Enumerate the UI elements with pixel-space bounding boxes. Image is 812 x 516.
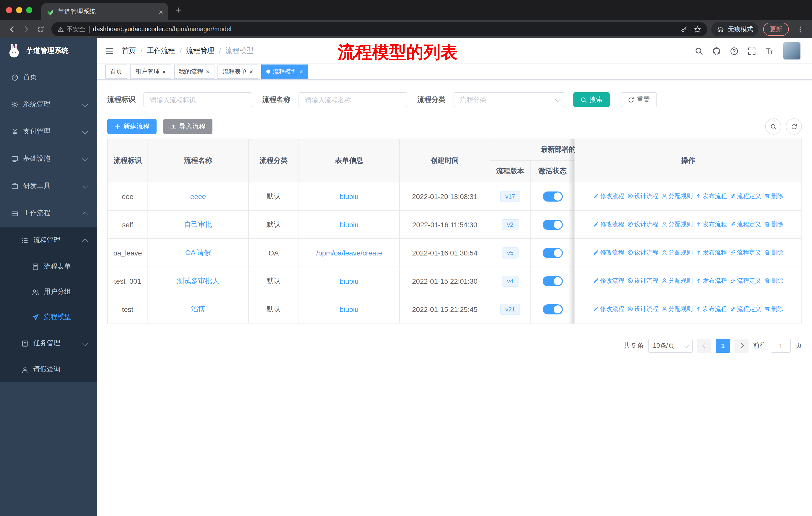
form-info-link[interactable]: biubiu: [340, 220, 359, 228]
tag-tenant-mgmt[interactable]: 租户管理×: [130, 64, 171, 79]
publish-process-link[interactable]: 发布流程: [696, 220, 727, 229]
sidebar-item-process-form[interactable]: 流程表单: [0, 254, 97, 279]
sidebar-item-process-mgmt[interactable]: 流程管理: [0, 227, 97, 254]
process-name-link[interactable]: eeee: [190, 192, 206, 200]
modify-process-link[interactable]: 修改流程: [593, 192, 624, 200]
user-avatar[interactable]: [783, 42, 801, 60]
assign-rule-link[interactable]: 分配规则: [662, 220, 693, 229]
close-icon[interactable]: ×: [249, 68, 253, 75]
forward-button[interactable]: [19, 22, 33, 36]
assign-rule-link[interactable]: 分配规则: [662, 192, 693, 200]
sidebar-item-process-model[interactable]: 流程模型: [0, 304, 97, 330]
delete-process-link[interactable]: 删除: [764, 220, 783, 229]
fullscreen-icon[interactable]: [748, 47, 756, 55]
tag-home[interactable]: 首页: [105, 64, 127, 79]
github-icon[interactable]: [712, 47, 721, 55]
page-number-current[interactable]: 1: [716, 338, 730, 353]
tag-process-model[interactable]: 流程模型×: [261, 64, 308, 79]
new-tab-button[interactable]: [171, 3, 185, 17]
form-info-link[interactable]: biubiu: [340, 277, 359, 285]
process-definition-link[interactable]: 流程定义: [730, 220, 761, 229]
process-definition-link[interactable]: 流程定义: [730, 192, 761, 200]
process-category-select[interactable]: 流程分类: [454, 92, 565, 107]
publish-process-link[interactable]: 发布流程: [696, 248, 727, 257]
tab-close-icon[interactable]: ×: [158, 8, 163, 16]
close-window-button[interactable]: [6, 7, 12, 13]
modify-process-link[interactable]: 修改流程: [593, 220, 624, 229]
assign-rule-link[interactable]: 分配规则: [662, 277, 693, 285]
font-size-icon[interactable]: [765, 47, 774, 55]
search-icon[interactable]: [695, 47, 703, 55]
reset-button[interactable]: 重置: [621, 92, 657, 107]
sidebar-item-infra[interactable]: 基础设施: [0, 145, 97, 172]
process-id-input[interactable]: [143, 92, 252, 107]
process-definition-link[interactable]: 流程定义: [730, 248, 761, 257]
browser-update-button[interactable]: 更新: [763, 23, 789, 36]
import-process-button[interactable]: 导入流程: [163, 119, 212, 134]
process-name-link[interactable]: OA 请假: [185, 248, 211, 256]
page-size-select[interactable]: 10条/页: [648, 338, 693, 353]
help-icon[interactable]: [730, 47, 738, 55]
search-button[interactable]: 搜索: [573, 92, 610, 107]
sidebar-item-home[interactable]: 首页: [0, 63, 97, 91]
create-process-button[interactable]: 新建流程: [107, 119, 156, 134]
delete-process-link[interactable]: 删除: [764, 305, 783, 314]
process-name-link[interactable]: 自己审批: [184, 220, 212, 228]
design-process-link[interactable]: 设计流程: [627, 277, 659, 285]
sidebar-item-system[interactable]: 系统管理: [0, 91, 97, 118]
back-button[interactable]: [5, 22, 19, 36]
design-process-link[interactable]: 设计流程: [627, 220, 659, 229]
design-process-link[interactable]: 设计流程: [627, 248, 659, 257]
browser-menu-button[interactable]: [793, 22, 807, 36]
sidebar-item-devtools[interactable]: 研发工具: [0, 172, 97, 199]
reload-button[interactable]: [33, 22, 47, 36]
process-name-link[interactable]: 滔博: [191, 305, 205, 313]
process-definition-link[interactable]: 流程定义: [730, 305, 761, 314]
process-name-link[interactable]: 测试多审批人: [177, 276, 219, 284]
sidebar-item-task-mgmt[interactable]: 任务管理: [0, 330, 97, 357]
toggle-search-button[interactable]: [765, 118, 781, 135]
close-icon[interactable]: ×: [162, 68, 166, 75]
form-info-link[interactable]: biubiu: [340, 305, 359, 313]
browser-tab[interactable]: 芋道管理系统 ×: [41, 3, 168, 20]
breadcrumb-item[interactable]: 首页: [122, 46, 136, 55]
key-icon[interactable]: [680, 26, 688, 33]
sidebar-item-workflow[interactable]: 工作流程: [0, 199, 97, 227]
active-toggle[interactable]: [543, 248, 562, 258]
refresh-table-button[interactable]: [786, 118, 802, 135]
bookmark-star-icon[interactable]: [694, 25, 701, 33]
modify-process-link[interactable]: 修改流程: [593, 305, 624, 314]
hamburger-icon[interactable]: [105, 47, 114, 55]
close-icon[interactable]: ×: [206, 68, 209, 75]
maximize-window-button[interactable]: [26, 7, 32, 13]
form-info-link[interactable]: /bpm/oa/leave/create: [316, 249, 382, 257]
address-bar[interactable]: 不安全 dashboard.yudao.iocoder.cn/bpm/manag…: [51, 22, 707, 36]
process-definition-link[interactable]: 流程定义: [730, 277, 761, 285]
modify-process-link[interactable]: 修改流程: [593, 248, 624, 257]
active-toggle[interactable]: [543, 191, 562, 201]
prev-page-button[interactable]: [697, 338, 711, 353]
modify-process-link[interactable]: 修改流程: [593, 277, 624, 285]
delete-process-link[interactable]: 删除: [764, 248, 783, 257]
breadcrumb-item[interactable]: 工作流程: [147, 46, 175, 55]
sidebar-item-leave-query[interactable]: 请假查询: [0, 357, 97, 382]
close-icon[interactable]: ×: [299, 68, 303, 75]
publish-process-link[interactable]: 发布流程: [696, 305, 727, 314]
sidebar-item-payment[interactable]: 支付管理: [0, 118, 97, 145]
active-toggle[interactable]: [543, 219, 562, 229]
goto-page-input[interactable]: [771, 338, 791, 353]
design-process-link[interactable]: 设计流程: [627, 192, 659, 200]
design-process-link[interactable]: 设计流程: [627, 305, 659, 314]
form-info-link[interactable]: biubiu: [340, 192, 359, 200]
active-toggle[interactable]: [543, 276, 562, 286]
tag-process-form[interactable]: 流程表单×: [218, 64, 258, 79]
sidebar-item-user-group[interactable]: 用户分组: [0, 279, 97, 304]
publish-process-link[interactable]: 发布流程: [696, 277, 727, 285]
process-name-input[interactable]: [298, 92, 407, 107]
active-toggle[interactable]: [543, 304, 562, 314]
delete-process-link[interactable]: 删除: [764, 192, 783, 200]
minimize-window-button[interactable]: [16, 7, 22, 13]
delete-process-link[interactable]: 删除: [764, 277, 783, 285]
security-indicator[interactable]: 不安全: [57, 25, 85, 33]
tag-my-process[interactable]: 我的流程×: [174, 64, 214, 79]
